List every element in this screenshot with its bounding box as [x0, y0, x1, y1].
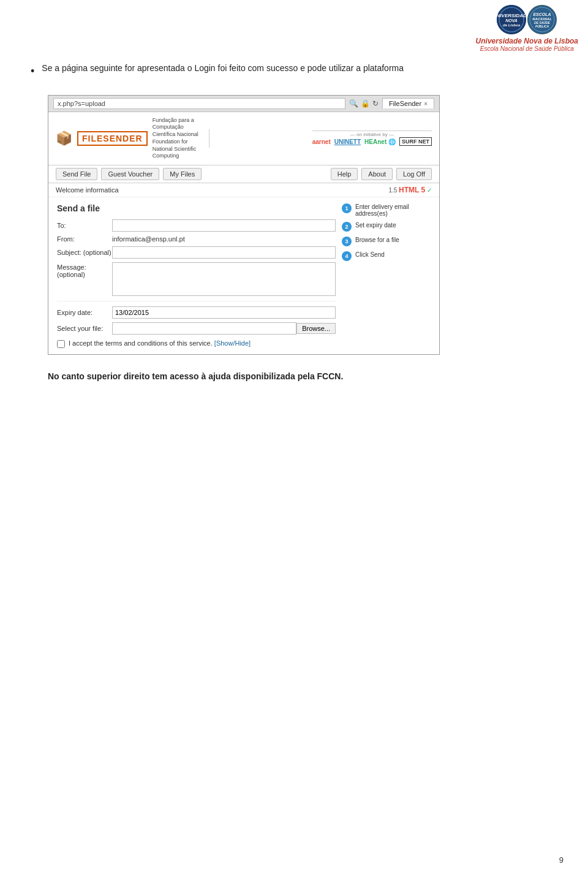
- fs-form-container: Send a file To: From: informatica@ensp.u…: [48, 197, 439, 354]
- svg-text:UNIVERSIDADE: UNIVERSIDADE: [497, 13, 526, 18]
- welcome-text: Welcome informatica: [56, 186, 119, 194]
- step-1-num: 1: [342, 203, 352, 213]
- fs-header: 📦 FILESENDER Fundação para a Computação …: [48, 112, 439, 165]
- fs-form-left: Send a file To: From: informatica@ensp.u…: [57, 203, 336, 348]
- browser-chrome: x.php?s=upload 🔍 🔒 ↻ FileSender ×: [48, 96, 439, 112]
- step-3-num: 3: [342, 237, 352, 246]
- message-label: Message: (optional): [57, 263, 112, 278]
- file-field-row: Select your file: Browse...: [57, 322, 336, 335]
- checkmark-icon: ✓: [427, 187, 432, 194]
- browser-url: x.php?s=upload: [53, 98, 345, 109]
- my-files-button[interactable]: My Files: [163, 168, 202, 180]
- expiry-input[interactable]: [112, 306, 336, 319]
- refresh-icon: ↻: [372, 99, 379, 108]
- tab-label: FileSender: [389, 100, 421, 107]
- step-1-text: Enter delivery email address(es): [355, 203, 431, 217]
- logo-area: UNIVERSIDADE NOVA de Lisboa ESCOLA NACIO…: [476, 5, 578, 52]
- subject-label: Subject: (optional): [57, 249, 112, 256]
- partner-logos: — on initiative by — aarnet UNINETT HEAn…: [312, 131, 432, 146]
- bullet-point: •: [31, 63, 34, 80]
- intro-text: Se a página seguinte for apresentada o L…: [42, 61, 404, 75]
- svg-text:PÚBLICA: PÚBLICA: [535, 25, 549, 28]
- school-name: Escola Nacional de Saúde Pública: [480, 45, 574, 52]
- page-number: 9: [559, 855, 564, 865]
- bottom-text: No canto superior direito tem acesso à a…: [48, 371, 343, 381]
- guest-voucher-button[interactable]: Guest Voucher: [101, 168, 159, 180]
- expiry-label: Expiry date:: [57, 309, 112, 316]
- filesender-logo-text: FILESENDER: [77, 131, 148, 146]
- intro-paragraph: • Se a página seguinte for apresentada o…: [31, 61, 557, 80]
- fccn-name: Fundação para a Computação Científica Na…: [153, 117, 202, 138]
- from-field-row: From: informatica@ensp.unl.pt: [57, 235, 336, 243]
- browser-controls: 🔍 🔒 ↻: [349, 99, 379, 108]
- partner-aarnet: aarnet: [312, 138, 331, 145]
- filesender-app: 📦 FILESENDER Fundação para a Computação …: [48, 112, 439, 354]
- svg-text:de Lisboa: de Lisboa: [503, 23, 521, 27]
- fs-nav: Send File Guest Voucher My Files Help Ab…: [48, 165, 439, 183]
- fs-steps-panel: 1 Enter delivery email address(es) 2 Set…: [342, 203, 431, 348]
- to-input[interactable]: [112, 219, 336, 232]
- terms-checkbox[interactable]: [57, 340, 65, 348]
- fccn-subtitle: Foundation for National Scientific Compu…: [153, 138, 202, 160]
- browser-tab[interactable]: FileSender ×: [382, 98, 434, 108]
- filesender-icon: 📦: [56, 131, 72, 146]
- step-4: 4 Click Send: [342, 251, 431, 261]
- about-button[interactable]: About: [361, 168, 393, 180]
- html5-label: HTML 5: [399, 186, 425, 194]
- filesender-screenshot: x.php?s=upload 🔍 🔒 ↻ FileSender × 📦 FILE…: [48, 95, 440, 355]
- unl-logo-circle: UNIVERSIDADE NOVA de Lisboa: [497, 5, 526, 34]
- fccn-text: Fundação para a Computação Científica Na…: [153, 117, 202, 160]
- terms-link[interactable]: [Show/Hide]: [214, 339, 251, 347]
- step-2: 2 Set expiry date: [342, 222, 431, 232]
- file-label: Select your file:: [57, 325, 112, 332]
- terms-text: I accept the terms and conditions of thi…: [69, 339, 251, 347]
- fs-welcome-bar: Welcome informatica 1.5 HTML 5 ✓: [48, 183, 439, 197]
- subject-field-row: Subject: (optional): [57, 246, 336, 259]
- terms-row: I accept the terms and conditions of thi…: [57, 339, 336, 348]
- file-input[interactable]: [112, 322, 296, 335]
- university-name: Universidade Nova de Lisboa: [476, 37, 578, 45]
- svg-text:ESCOLA: ESCOLA: [533, 12, 551, 17]
- step-2-text: Set expiry date: [355, 222, 396, 229]
- from-label: From:: [57, 235, 112, 243]
- expiry-field-row: Expiry date:: [57, 301, 336, 319]
- step-3: 3 Browse for a file: [342, 237, 431, 246]
- browse-button[interactable]: Browse...: [296, 323, 336, 334]
- to-field-row: To:: [57, 219, 336, 232]
- search-icon: 🔍: [349, 99, 358, 108]
- bottom-paragraph: No canto superior direito tem acesso à a…: [48, 369, 557, 383]
- lock-icon: 🔒: [361, 99, 370, 108]
- svg-text:NOVA: NOVA: [505, 18, 518, 23]
- step-2-num: 2: [342, 222, 352, 232]
- step-3-text: Browse for a file: [355, 237, 399, 243]
- send-file-button[interactable]: Send File: [56, 168, 97, 180]
- help-button[interactable]: Help: [331, 168, 358, 180]
- partner-uninett: UNINETT: [334, 138, 361, 145]
- step-4-text: Click Send: [355, 251, 385, 258]
- version-label: 1.5 HTML 5 ✓: [388, 186, 432, 194]
- partner-surf: SURF NET: [399, 137, 432, 146]
- step-1: 1 Enter delivery email address(es): [342, 203, 431, 217]
- partner-heanet: HEAnet 🌐: [364, 138, 396, 145]
- message-field-row: Message: (optional): [57, 262, 336, 296]
- form-title: Send a file: [57, 203, 336, 213]
- tab-close-icon[interactable]: ×: [424, 100, 428, 107]
- to-label: To:: [57, 222, 112, 229]
- step-4-num: 4: [342, 251, 352, 261]
- from-value: informatica@ensp.unl.pt: [112, 235, 185, 243]
- message-textarea[interactable]: [112, 262, 336, 296]
- logoff-button[interactable]: Log Off: [396, 168, 432, 180]
- ensp-logo-circle: ESCOLA NACIONAL DE SAÚDE PÚBLICA: [527, 5, 557, 34]
- subject-input[interactable]: [112, 246, 336, 259]
- on-initiative-label: — on initiative by —: [312, 131, 432, 137]
